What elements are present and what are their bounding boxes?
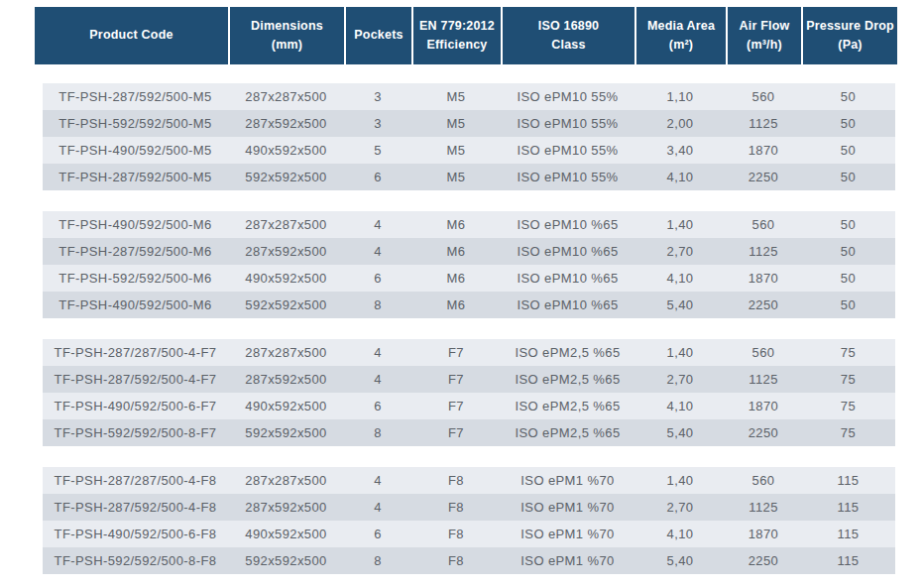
cell-iso16890-class: ISO ePM10 %65: [501, 244, 634, 259]
cell-air-flow: 1870: [726, 399, 801, 413]
column-header-iso16890-class: ISO 16890 Class: [501, 7, 634, 64]
cell-pressure-drop: 50: [801, 170, 895, 184]
filter-spec-table: Product Code Dimensions (mm) Pockets EN …: [35, 7, 897, 574]
cell-product-code: TF-PSH-490/592/500-6-F7: [43, 399, 228, 413]
cell-product-code: TF-PSH-287/287/500-4-F8: [43, 473, 228, 488]
cell-dimensions: 490x592x500: [228, 399, 344, 413]
cell-pressure-drop: 75: [801, 345, 895, 360]
table-row: TF-PSH-490/592/500-M6287x287x5004M6ISO e…: [43, 211, 895, 238]
cell-dimensions: 287x592x500: [228, 116, 344, 131]
cell-air-flow: 560: [726, 217, 801, 232]
cell-product-code: TF-PSH-490/592/500-M6: [43, 297, 228, 312]
cell-iso16890-class: ISO ePM1 %70: [501, 500, 634, 515]
cell-product-code: TF-PSH-287/592/500-M5: [43, 170, 228, 184]
cell-air-flow: 1125: [726, 244, 801, 259]
table-row: TF-PSH-287/592/500-M5592x592x5006M5ISO e…: [43, 164, 895, 190]
cell-pressure-drop: 50: [801, 244, 895, 259]
table-row: TF-PSH-592/592/500-8-F7592x592x5008F7ISO…: [43, 419, 895, 446]
column-header-product-code: Product Code: [35, 7, 228, 64]
table-row: TF-PSH-287/287/500-4-F8287x287x5004F8ISO…: [43, 467, 895, 494]
cell-iso16890-class: ISO ePM10 55%: [501, 116, 634, 131]
column-header-media-area: Media Area (m²): [634, 7, 726, 64]
cell-en779-efficiency: F7: [411, 372, 501, 387]
cell-iso16890-class: ISO ePM10 %65: [501, 271, 634, 286]
cell-iso16890-class: ISO ePM1 %70: [501, 473, 634, 488]
cell-product-code: TF-PSH-287/592/500-M6: [43, 244, 228, 259]
cell-dimensions: 287x287x500: [228, 89, 344, 104]
cell-pockets: 6: [344, 170, 411, 184]
cell-pockets: 6: [344, 399, 411, 413]
table-header-row: Product Code Dimensions (mm) Pockets EN …: [35, 7, 897, 64]
cell-product-code: TF-PSH-287/592/500-4-F7: [43, 372, 228, 387]
cell-media-area: 4,10: [634, 271, 726, 286]
cell-en779-efficiency: M6: [411, 271, 501, 286]
cell-air-flow: 2250: [726, 170, 801, 184]
cell-pressure-drop: 50: [801, 297, 895, 312]
cell-dimensions: 592x592x500: [228, 297, 344, 312]
cell-iso16890-class: ISO ePM10 55%: [501, 143, 634, 158]
cell-product-code: TF-PSH-490/592/500-6-F8: [43, 527, 228, 541]
table-row: TF-PSH-490/592/500-M6592x592x5008M6ISO e…: [43, 292, 895, 318]
table-row: TF-PSH-287/287/500-4-F7287x287x5004F7ISO…: [43, 339, 895, 366]
cell-media-area: 2,70: [634, 372, 726, 387]
cell-media-area: 5,40: [634, 297, 726, 312]
cell-pressure-drop: 50: [801, 217, 895, 232]
cell-iso16890-class: ISO ePM1 %70: [501, 527, 634, 541]
cell-pockets: 4: [344, 372, 411, 387]
cell-pockets: 4: [344, 473, 411, 488]
cell-dimensions: 287x592x500: [228, 244, 344, 259]
cell-iso16890-class: ISO ePM10 55%: [501, 89, 634, 104]
cell-pockets: 8: [344, 553, 411, 568]
cell-dimensions: 490x592x500: [228, 143, 344, 158]
cell-pressure-drop: 75: [801, 372, 895, 387]
cell-en779-efficiency: F7: [411, 399, 501, 413]
cell-air-flow: 2250: [726, 297, 801, 312]
table-row: TF-PSH-287/592/500-M5287x287x5003M5ISO e…: [43, 83, 895, 110]
table-row: TF-PSH-287/592/500-4-F8287x592x5004F8ISO…: [43, 494, 895, 521]
cell-media-area: 1,40: [634, 473, 726, 488]
cell-air-flow: 1125: [726, 372, 801, 387]
cell-media-area: 1,10: [634, 89, 726, 104]
cell-pressure-drop: 50: [801, 116, 895, 131]
cell-iso16890-class: ISO ePM2,5 %65: [501, 372, 634, 387]
cell-media-area: 5,40: [634, 425, 726, 440]
cell-product-code: TF-PSH-592/592/500-M5: [43, 116, 228, 131]
column-header-dimensions: Dimensions (mm): [228, 7, 344, 64]
cell-media-area: 1,40: [634, 345, 726, 360]
cell-iso16890-class: ISO ePM1 %70: [501, 553, 634, 568]
cell-iso16890-class: ISO ePM10 %65: [501, 297, 634, 312]
cell-en779-efficiency: F7: [411, 425, 501, 440]
cell-en779-efficiency: M6: [411, 297, 501, 312]
cell-product-code: TF-PSH-592/592/500-8-F7: [43, 425, 228, 440]
cell-air-flow: 560: [726, 345, 801, 360]
cell-pressure-drop: 75: [801, 425, 895, 440]
cell-pockets: 4: [344, 244, 411, 259]
cell-iso16890-class: ISO ePM2,5 %65: [501, 425, 634, 440]
cell-pockets: 4: [344, 345, 411, 360]
cell-dimensions: 287x592x500: [228, 500, 344, 515]
cell-pressure-drop: 50: [801, 143, 895, 158]
table-row: TF-PSH-490/592/500-6-F8490x592x5006F8ISO…: [43, 521, 895, 547]
cell-dimensions: 490x592x500: [228, 527, 344, 541]
row-group-M5: TF-PSH-287/592/500-M5287x287x5003M5ISO e…: [43, 83, 895, 190]
cell-air-flow: 1125: [726, 500, 801, 515]
cell-pockets: 5: [344, 143, 411, 158]
column-header-pockets: Pockets: [344, 7, 411, 64]
cell-en779-efficiency: M5: [411, 170, 501, 184]
cell-iso16890-class: ISO ePM2,5 %65: [501, 399, 634, 413]
cell-pressure-drop: 115: [801, 500, 895, 515]
table-body: TF-PSH-287/592/500-M5287x287x5003M5ISO e…: [43, 83, 895, 574]
cell-media-area: 4,10: [634, 170, 726, 184]
cell-product-code: TF-PSH-287/287/500-4-F7: [43, 345, 228, 360]
cell-pockets: 6: [344, 527, 411, 541]
cell-media-area: 2,00: [634, 116, 726, 131]
cell-iso16890-class: ISO ePM10 55%: [501, 170, 634, 184]
cell-pressure-drop: 50: [801, 89, 895, 104]
cell-en779-efficiency: F8: [411, 527, 501, 541]
cell-en779-efficiency: M5: [411, 143, 501, 158]
cell-media-area: 3,40: [634, 143, 726, 158]
cell-en779-efficiency: F8: [411, 473, 501, 488]
cell-dimensions: 287x287x500: [228, 473, 344, 488]
cell-media-area: 4,10: [634, 527, 726, 541]
cell-en779-efficiency: F7: [411, 345, 501, 360]
